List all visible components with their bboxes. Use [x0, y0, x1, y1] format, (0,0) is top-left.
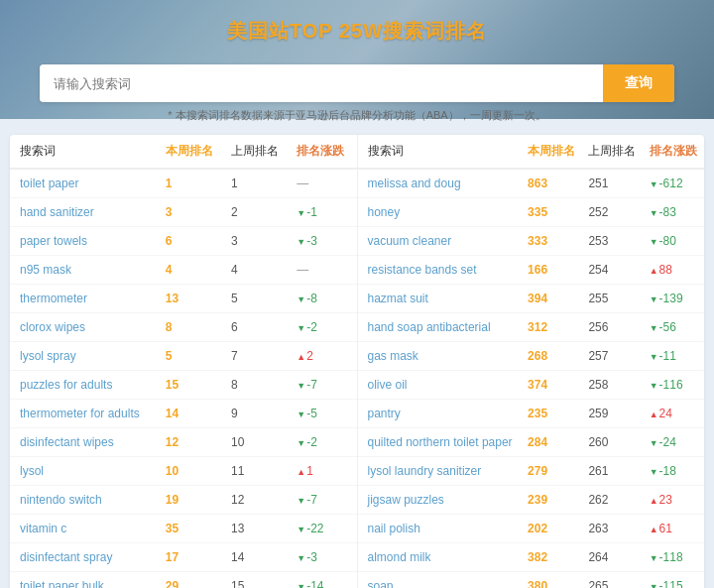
- table-row: gas mask268257-11: [358, 342, 705, 371]
- change-cell: -7: [291, 486, 356, 515]
- search-bar: 查询: [40, 64, 674, 102]
- keyword-cell[interactable]: disinfectant wipes: [10, 428, 160, 457]
- change-cell: —: [291, 169, 356, 198]
- keyword-cell[interactable]: lysol laundry sanitizer: [358, 457, 523, 486]
- keyword-cell[interactable]: disinfectant spray: [10, 543, 160, 572]
- col-current-right: 本周排名: [522, 135, 582, 169]
- keyword-cell[interactable]: almond milk: [358, 543, 523, 572]
- change-cell: -8: [291, 285, 356, 313]
- current-rank-cell: 6: [160, 227, 225, 256]
- keyword-cell[interactable]: lysol spray: [10, 342, 160, 371]
- keyword-cell[interactable]: puzzles for adults: [10, 371, 160, 400]
- last-rank-cell: 254: [582, 256, 643, 285]
- keyword-cell[interactable]: soap: [358, 572, 523, 589]
- current-rank-cell: 8: [160, 313, 225, 342]
- change-cell: -5: [291, 400, 356, 428]
- keyword-cell[interactable]: n95 mask: [10, 256, 160, 285]
- keyword-cell[interactable]: melissa and doug: [358, 169, 523, 198]
- current-rank-cell: 19: [160, 486, 225, 515]
- table-row: toilet paper11—: [10, 169, 357, 198]
- change-cell: -24: [644, 428, 704, 457]
- table-row: hand sanitizer32-1: [10, 198, 357, 227]
- last-rank-cell: 262: [582, 486, 643, 515]
- current-rank-cell: 3: [160, 198, 225, 227]
- last-rank-cell: 2: [225, 198, 291, 227]
- change-cell: -115: [644, 572, 704, 589]
- table-row: soap380265-115: [358, 572, 705, 589]
- last-rank-cell: 256: [582, 313, 643, 342]
- change-cell: -118: [644, 543, 704, 572]
- down-arrow-icon: [650, 378, 659, 392]
- down-arrow-icon: [297, 320, 306, 334]
- last-rank-cell: 11: [225, 457, 291, 486]
- last-rank-cell: 257: [582, 342, 643, 371]
- table-row: disinfectant wipes1210-2: [10, 428, 357, 457]
- table-row: olive oil374258-116: [358, 371, 705, 400]
- keyword-cell[interactable]: hand soap antibacterial: [358, 313, 523, 342]
- last-rank-cell: 5: [225, 285, 291, 313]
- last-rank-cell: 258: [582, 371, 643, 400]
- keyword-cell[interactable]: quilted northern toilet paper: [358, 428, 523, 457]
- keyword-cell[interactable]: nail polish: [358, 515, 523, 543]
- table-row: melissa and doug863251-612: [358, 169, 705, 198]
- last-rank-cell: 7: [225, 342, 291, 371]
- last-rank-cell: 259: [582, 400, 643, 428]
- down-arrow-icon: [297, 205, 306, 219]
- down-arrow-icon: [650, 464, 659, 478]
- change-cell: 61: [644, 515, 704, 543]
- current-rank-cell: 202: [522, 515, 582, 543]
- current-rank-cell: 312: [522, 313, 582, 342]
- change-cell: -18: [644, 457, 704, 486]
- current-rank-cell: 17: [160, 543, 225, 572]
- keyword-cell[interactable]: resistance bands set: [358, 256, 523, 285]
- keyword-cell[interactable]: hazmat suit: [358, 285, 523, 313]
- search-button[interactable]: 查询: [603, 64, 674, 102]
- table-row: n95 mask44—: [10, 256, 357, 285]
- change-cell: -2: [291, 313, 356, 342]
- keyword-cell[interactable]: toilet paper: [10, 169, 160, 198]
- current-rank-cell: 335: [522, 198, 582, 227]
- col-current-left: 本周排名: [160, 135, 225, 169]
- keyword-cell[interactable]: nintendo switch: [10, 486, 160, 515]
- down-arrow-icon: [650, 176, 659, 190]
- keyword-cell[interactable]: gas mask: [358, 342, 523, 371]
- keyword-cell[interactable]: pantry: [358, 400, 523, 428]
- keyword-cell[interactable]: thermometer for adults: [10, 400, 160, 428]
- right-table: 搜索词 本周排名 上周排名 排名涨跌 melissa and doug86325…: [358, 135, 705, 588]
- up-arrow-icon: [297, 464, 306, 478]
- keyword-cell[interactable]: olive oil: [358, 371, 523, 400]
- change-cell: -80: [644, 227, 704, 256]
- table-row: vacuum cleaner333253-80: [358, 227, 705, 256]
- last-rank-cell: 14: [225, 543, 291, 572]
- keyword-cell[interactable]: honey: [358, 198, 523, 227]
- search-input[interactable]: [40, 66, 603, 101]
- keyword-cell[interactable]: vitamin c: [10, 515, 160, 543]
- last-rank-cell: 255: [582, 285, 643, 313]
- down-arrow-icon: [650, 349, 659, 363]
- change-cell: 1: [291, 457, 356, 486]
- table-row: thermometer for adults149-5: [10, 400, 357, 428]
- down-arrow-icon: [297, 579, 306, 588]
- up-arrow-icon: [650, 263, 659, 277]
- current-rank-cell: 29: [160, 572, 225, 589]
- keyword-cell[interactable]: hand sanitizer: [10, 198, 160, 227]
- keyword-cell[interactable]: lysol: [10, 457, 160, 486]
- keyword-cell[interactable]: vacuum cleaner: [358, 227, 523, 256]
- keyword-cell[interactable]: thermometer: [10, 285, 160, 313]
- last-rank-cell: 8: [225, 371, 291, 400]
- keyword-cell[interactable]: clorox wipes: [10, 313, 160, 342]
- keyword-cell[interactable]: toilet paper bulk: [10, 572, 160, 589]
- change-cell: -83: [644, 198, 704, 227]
- keyword-cell[interactable]: jigsaw puzzles: [358, 486, 523, 515]
- table-row: vitamin c3513-22: [10, 515, 357, 543]
- last-rank-cell: 260: [582, 428, 643, 457]
- last-rank-cell: 10: [225, 428, 291, 457]
- down-arrow-icon: [650, 579, 659, 588]
- keyword-cell[interactable]: paper towels: [10, 227, 160, 256]
- current-rank-cell: 15: [160, 371, 225, 400]
- down-arrow-icon: [650, 234, 659, 248]
- last-rank-cell: 263: [582, 515, 643, 543]
- last-rank-cell: 251: [582, 169, 643, 198]
- last-rank-cell: 9: [225, 400, 291, 428]
- current-rank-cell: 239: [522, 486, 582, 515]
